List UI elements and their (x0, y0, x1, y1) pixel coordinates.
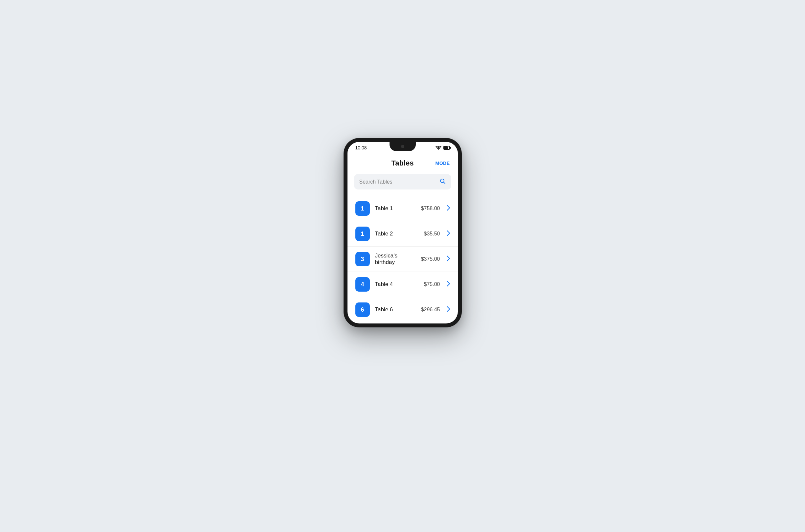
table-row[interactable]: 3 Jessica's birthday $375.00 (347, 246, 458, 271)
table-badge: 1 (356, 201, 370, 216)
search-bar (354, 174, 451, 189)
table-amount: $375.00 (421, 256, 440, 262)
table-badge: 1 (356, 227, 370, 241)
chevron-right-icon (447, 306, 450, 314)
svg-line-1 (443, 182, 445, 184)
chevron-right-icon (447, 255, 450, 263)
notch-area: 10:08 (347, 142, 458, 154)
table-badge: 4 (356, 277, 370, 291)
tables-list: 1 Table 1 $758.00 1 Table 2 $35.50 3 Jes… (347, 195, 458, 323)
scene: 10:08 (311, 131, 495, 401)
table-row[interactable]: 4 Table 4 $75.00 (347, 271, 458, 297)
phone-screen: 10:08 (347, 142, 458, 323)
battery-fill (444, 147, 448, 149)
search-icon[interactable] (439, 178, 446, 186)
status-time: 10:08 (356, 145, 367, 150)
chevron-right-icon (447, 205, 450, 212)
battery-icon (443, 146, 450, 150)
app-header: Tables MODE (347, 154, 458, 171)
chevron-right-icon (447, 230, 450, 238)
table-amount: $75.00 (424, 281, 440, 287)
table-name: Table 1 (375, 205, 416, 212)
table-badge: 3 (356, 252, 370, 266)
table-amount: $35.50 (424, 231, 440, 237)
status-icons (436, 146, 450, 150)
search-container (347, 171, 458, 195)
table-row[interactable]: 1 Table 1 $758.00 (347, 196, 458, 221)
table-amount: $296.45 (421, 307, 440, 312)
table-row[interactable]: 1 Table 2 $35.50 (347, 221, 458, 246)
mode-button[interactable]: MODE (436, 160, 450, 166)
chevron-right-icon (447, 281, 450, 288)
table-name: Table 6 (375, 306, 416, 313)
status-bar: 10:08 (347, 142, 458, 154)
wifi-icon (436, 146, 441, 150)
table-name: Table 4 (375, 281, 419, 288)
search-input[interactable] (359, 179, 436, 185)
table-badge: 6 (356, 302, 370, 317)
table-name: Jessica's birthday (375, 252, 416, 266)
phone-device: 10:08 (344, 138, 462, 327)
table-row[interactable]: 6 Table 6 $296.45 (347, 297, 458, 322)
table-amount: $758.00 (421, 206, 440, 211)
table-name: Table 2 (375, 230, 419, 237)
page-title: Tables (391, 159, 414, 168)
